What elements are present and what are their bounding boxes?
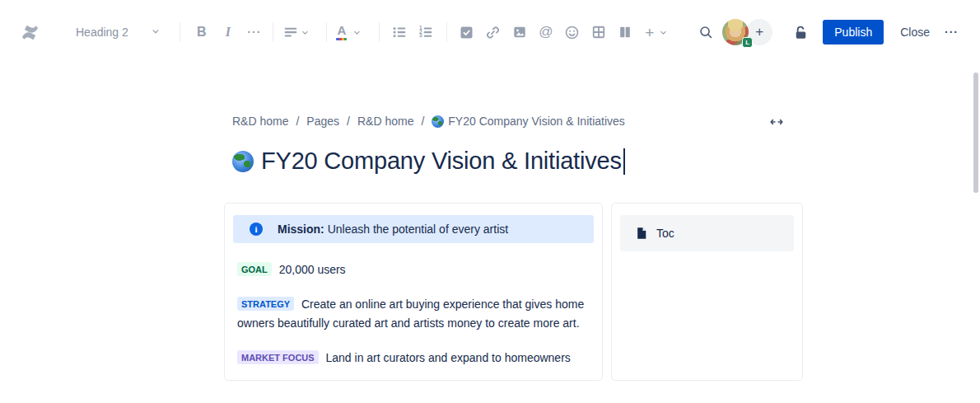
two-column-layout: i Mission: Unleash the potential of ever…	[224, 203, 803, 381]
info-icon: i	[250, 223, 263, 236]
emoji-icon	[563, 24, 581, 41]
insert-link-button[interactable]	[480, 19, 506, 45]
image-icon	[511, 24, 528, 40]
confluence-logo-icon	[16, 19, 43, 45]
status-lozenge-strategy[interactable]: STRATEGY	[237, 297, 294, 311]
market-focus-text: Land in art curators and expand to homeo…	[326, 351, 571, 364]
editor-content: R&D home / Pages / R&D home / FY20 Compa…	[224, 113, 803, 381]
layout-column-right[interactable]: Toc	[611, 203, 803, 381]
insert-image-button[interactable]	[506, 19, 533, 45]
toolbar-divider	[273, 22, 273, 42]
chevron-down-icon	[352, 27, 362, 38]
breadcrumb-current-link[interactable]: FY20 Company Vision & Initiatives	[448, 115, 625, 128]
toolbar-divider	[180, 22, 180, 42]
alignment-dropdown[interactable]	[278, 19, 315, 45]
close-button[interactable]: Close	[894, 21, 936, 44]
align-left-icon	[282, 23, 300, 41]
publish-button[interactable]: Publish	[823, 20, 884, 45]
svg-text:3: 3	[419, 32, 422, 38]
user-avatar[interactable]: L	[722, 19, 749, 45]
goal-line[interactable]: GOAL 20,000 users	[237, 260, 594, 279]
layout-column-left[interactable]: i Mission: Unleash the potential of ever…	[224, 203, 603, 381]
numbered-list-icon: 123	[417, 23, 435, 41]
page-title-text: FY20 Company Vision & Initiatives	[261, 148, 622, 175]
bold-icon: B	[197, 25, 207, 40]
italic-icon: I	[226, 25, 231, 40]
page-title[interactable]: FY20 Company Vision & Initiatives	[232, 148, 803, 175]
plus-icon: +	[645, 25, 654, 40]
layouts-button[interactable]	[612, 19, 638, 45]
breadcrumb-separator: /	[347, 115, 350, 128]
info-panel-label: Mission:	[278, 223, 324, 236]
editor-toolbar: Heading 2 B I ··· A	[0, 0, 980, 64]
restrictions-button[interactable]	[787, 19, 814, 45]
text-cursor	[623, 148, 625, 175]
chevron-down-icon	[300, 27, 310, 38]
more-horizontal-icon: ···	[247, 26, 261, 39]
insert-more-dropdown[interactable]: +	[638, 19, 676, 45]
breadcrumb-separator: /	[421, 115, 424, 128]
toc-macro-label: Toc	[656, 227, 674, 240]
unlock-icon	[791, 23, 810, 42]
toolbar-divider	[326, 22, 327, 42]
breadcrumb-separator: /	[296, 115, 299, 128]
globe-emoji-icon	[232, 151, 254, 172]
toolbar-divider	[446, 22, 447, 42]
more-formatting-button[interactable]: ···	[241, 19, 268, 45]
text-style-dropdown[interactable]: Heading 2	[76, 26, 161, 40]
chevron-down-icon	[150, 26, 161, 40]
checkbox-icon	[458, 24, 475, 41]
scrollbar-thumb[interactable]	[973, 73, 978, 193]
toolbar-actions: L + Publish Close ···	[679, 19, 959, 45]
bullet-list-button[interactable]	[386, 19, 413, 45]
chevron-down-icon	[658, 27, 669, 38]
task-list-button[interactable]	[454, 19, 480, 45]
breadcrumb: R&D home / Pages / R&D home / FY20 Compa…	[232, 113, 803, 129]
layout-columns-icon	[617, 24, 633, 40]
breadcrumb-link[interactable]: Pages	[306, 115, 339, 128]
text-color-dropdown[interactable]: A	[332, 19, 368, 45]
formatting-toolbar: Heading 2 B I ··· A	[16, 19, 676, 45]
italic-button[interactable]: I	[215, 19, 241, 45]
text-color-icon: A	[337, 24, 346, 40]
emoji-button[interactable]	[559, 19, 586, 45]
goal-text: 20,000 users	[279, 263, 346, 276]
strategy-line[interactable]: STRATEGY Create an online art buying exp…	[237, 295, 594, 333]
avatar-status-badge: L	[742, 37, 753, 48]
more-horizontal-icon: ···	[945, 26, 959, 39]
table-icon	[590, 24, 607, 40]
status-lozenge-market-focus[interactable]: MARKET FOCUS	[237, 350, 319, 364]
mention-icon: @	[539, 24, 553, 40]
status-lozenge-goal[interactable]: GOAL	[237, 262, 272, 276]
numbered-list-button[interactable]: 123	[413, 19, 439, 45]
text-style-label: Heading 2	[76, 26, 128, 39]
page-more-button[interactable]: ···	[945, 26, 959, 39]
search-button[interactable]	[693, 19, 719, 45]
breadcrumb-current[interactable]: FY20 Company Vision & Initiatives	[432, 115, 625, 128]
mention-button[interactable]: @	[533, 19, 559, 45]
bullet-list-icon	[390, 23, 408, 41]
info-panel[interactable]: i Mission: Unleash the potential of ever…	[233, 215, 594, 243]
info-panel-text: Mission: Unleash the potential of every …	[278, 223, 508, 236]
breadcrumb-link[interactable]: R&D home	[232, 115, 288, 128]
link-icon	[484, 24, 502, 41]
search-icon	[697, 23, 715, 41]
insert-table-button[interactable]	[586, 19, 612, 45]
toc-macro[interactable]: Toc	[620, 215, 794, 251]
document-icon	[635, 227, 648, 240]
info-panel-body: Unleash the potential of every artist	[328, 223, 508, 236]
plus-icon: +	[755, 24, 763, 40]
market-focus-line[interactable]: MARKET FOCUS Land in art curators and ex…	[237, 349, 594, 368]
bold-button[interactable]: B	[189, 19, 215, 45]
expand-arrows-icon	[768, 120, 785, 133]
expand-width-button[interactable]	[767, 112, 786, 134]
toolbar-divider	[379, 22, 380, 42]
globe-emoji-icon	[432, 115, 444, 128]
breadcrumb-link[interactable]: R&D home	[357, 115, 413, 128]
